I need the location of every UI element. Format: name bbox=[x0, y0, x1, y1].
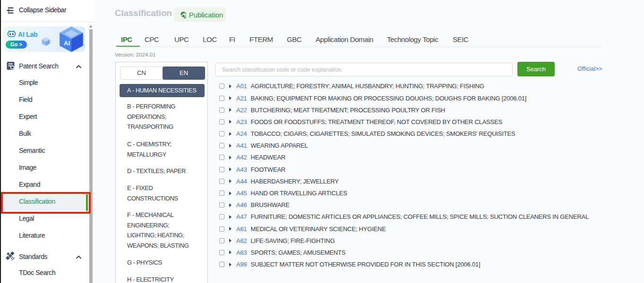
svg-text:AI: AI bbox=[64, 40, 70, 47]
